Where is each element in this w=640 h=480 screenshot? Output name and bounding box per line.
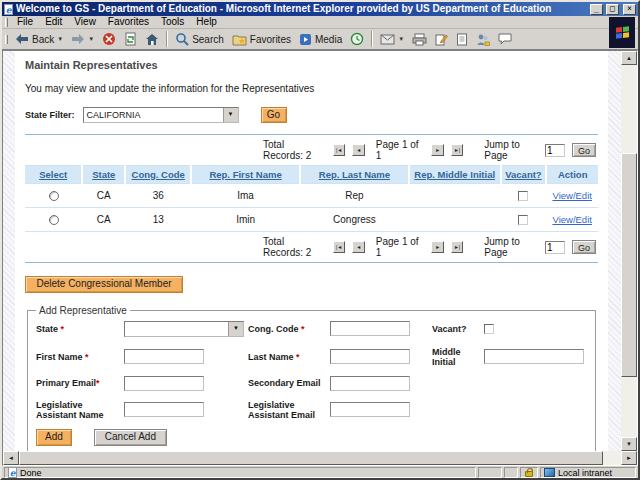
home-button[interactable]: [141, 30, 163, 49]
filter-go-button[interactable]: Go: [261, 107, 287, 123]
jump-go-button[interactable]: Go: [572, 143, 596, 157]
history-button[interactable]: [346, 30, 368, 49]
search-button[interactable]: Search: [171, 30, 228, 49]
vacant-checkbox[interactable]: [518, 191, 528, 201]
menu-tools[interactable]: Tools: [155, 16, 190, 28]
zone-pane: Local intranet: [540, 467, 636, 478]
middle-initial-input[interactable]: [484, 349, 584, 364]
last-name-input[interactable]: [330, 349, 410, 364]
delete-congressional-member-button[interactable]: Delete Congressional Member: [25, 276, 183, 293]
print-button[interactable]: [408, 30, 431, 49]
legislative-assistant-email-input[interactable]: [330, 402, 410, 417]
horizontal-scroll-track[interactable]: [19, 451, 621, 465]
horizontal-scrollbar[interactable]: ◄ ►: [3, 451, 637, 465]
last-name-label: Last Name *: [248, 352, 330, 362]
jump-to-page-input[interactable]: [545, 241, 565, 254]
add-representative-form: Add Representative State * ▼ Cong. Code …: [27, 305, 596, 452]
state-filter-select[interactable]: CALIFORNIA ▼: [83, 107, 239, 123]
close-button[interactable]: ×: [623, 4, 636, 15]
first-name-input[interactable]: [124, 349, 204, 364]
messenger-button[interactable]: [472, 30, 494, 49]
add-button[interactable]: Add: [36, 429, 72, 446]
next-page-button[interactable]: ►: [431, 144, 443, 156]
table-row: CA 36 Ima Rep View/Edit: [25, 184, 598, 208]
search-icon: [175, 32, 189, 46]
total-records-label: Total Records:: [263, 139, 303, 161]
scroll-up-button[interactable]: ▲: [621, 51, 637, 65]
menu-file[interactable]: File: [11, 16, 39, 28]
stop-button[interactable]: [98, 30, 120, 49]
mail-button[interactable]: ▼: [376, 30, 408, 49]
primary-email-label: Primary Email*: [36, 378, 124, 388]
document-button[interactable]: [452, 30, 472, 49]
chevron-down-icon[interactable]: ▼: [223, 108, 238, 122]
row-select-radio[interactable]: [49, 191, 59, 201]
menu-view[interactable]: View: [68, 16, 102, 28]
header-middle-initial[interactable]: Rep. Middle Initial: [409, 166, 501, 184]
forward-dropdown-icon[interactable]: ▼: [88, 36, 94, 42]
page-content: Maintain Representatives You may view an…: [15, 51, 608, 451]
forward-icon: [71, 33, 85, 45]
next-page-button[interactable]: ►: [431, 241, 443, 253]
first-page-button[interactable]: |◄: [333, 241, 345, 253]
scroll-down-button[interactable]: ▼: [621, 437, 637, 451]
horizontal-scroll-thumb[interactable]: [19, 451, 603, 465]
back-dropdown-icon[interactable]: ▼: [57, 36, 63, 42]
menu-help[interactable]: Help: [190, 16, 223, 28]
prev-page-button[interactable]: ◄: [352, 241, 364, 253]
add-vacant-checkbox[interactable]: [484, 324, 494, 334]
minimize-button[interactable]: _: [590, 4, 603, 15]
prev-page-button[interactable]: ◄: [352, 144, 364, 156]
menu-edit[interactable]: Edit: [39, 16, 68, 28]
forward-button[interactable]: ▼: [67, 30, 98, 49]
scroll-left-button[interactable]: ◄: [3, 451, 19, 465]
page-background: Maintain Representatives You may view an…: [3, 51, 621, 451]
legislative-assistant-name-input[interactable]: [124, 402, 204, 417]
menu-favorites[interactable]: Favorites: [102, 16, 155, 28]
header-first-name[interactable]: Rep. First Name: [191, 166, 300, 184]
last-page-button[interactable]: ►|: [451, 144, 463, 156]
browser-window: e Welcome to GS - Department of Educatio…: [0, 0, 640, 480]
vertical-scroll-track[interactable]: [621, 65, 637, 437]
total-records-value: 2: [306, 247, 312, 258]
print-icon: [412, 33, 427, 46]
row-select-radio[interactable]: [49, 215, 59, 225]
back-button[interactable]: Back ▼: [11, 30, 67, 49]
required-mark: *: [96, 378, 100, 388]
header-state[interactable]: State: [82, 166, 125, 184]
cell-last-name: Congress: [300, 208, 409, 232]
favorites-label: Favorites: [250, 34, 291, 45]
secondary-email-label: Secondary Email: [248, 378, 330, 388]
cancel-add-button[interactable]: Cancel Add: [94, 429, 167, 446]
secondary-email-input[interactable]: [330, 376, 410, 391]
scroll-right-button[interactable]: ►: [621, 451, 637, 465]
view-edit-link[interactable]: View/Edit: [552, 190, 591, 201]
pagination-top: Total Records: 2 |◄ ◄ Page 1 of 1 ► ►| J…: [25, 135, 598, 165]
header-cong-code[interactable]: Cong. Code: [125, 166, 191, 184]
jump-go-button[interactable]: Go: [572, 240, 596, 254]
mail-dropdown-icon[interactable]: ▼: [398, 36, 404, 42]
header-vacant[interactable]: Vacant?: [501, 166, 547, 184]
page-indicator: Page 1 of 1: [376, 139, 421, 161]
header-last-name[interactable]: Rep. Last Name: [300, 166, 409, 184]
primary-email-input[interactable]: [124, 376, 204, 391]
chevron-down-icon[interactable]: ▼: [228, 322, 243, 336]
vertical-scrollbar[interactable]: ▲ ▼: [621, 51, 637, 451]
discuss-button[interactable]: [494, 30, 516, 49]
first-page-button[interactable]: |◄: [333, 144, 345, 156]
refresh-button[interactable]: [120, 30, 141, 49]
cong-code-input[interactable]: [330, 321, 410, 336]
first-name-label: First Name *: [36, 352, 124, 362]
cell-first-name: Imin: [191, 208, 300, 232]
restore-button[interactable]: □: [606, 4, 619, 15]
favorites-button[interactable]: Favorites: [228, 30, 295, 49]
add-state-select[interactable]: ▼: [124, 321, 244, 337]
header-select[interactable]: Select: [25, 166, 82, 184]
media-button[interactable]: Media: [295, 30, 346, 49]
edit-button[interactable]: [431, 30, 452, 49]
last-page-button[interactable]: ►|: [451, 241, 463, 253]
vacant-checkbox[interactable]: [518, 215, 528, 225]
view-edit-link[interactable]: View/Edit: [552, 214, 591, 225]
jump-to-page-input[interactable]: [545, 144, 565, 157]
vertical-scroll-thumb[interactable]: [621, 153, 637, 377]
